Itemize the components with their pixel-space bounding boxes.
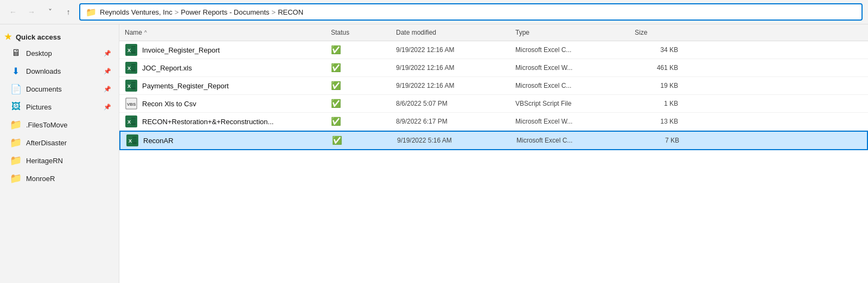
file-name-label: Invoice_Register_Report: [142, 46, 220, 54]
sidebar-item-desktop[interactable]: 🖥 Desktop 📌: [2, 44, 117, 62]
sync-icon: ✅: [331, 99, 341, 108]
quick-access-header: ★ Quick access: [0, 29, 119, 44]
sort-arrow-name: ^: [144, 30, 147, 36]
file-rows-container: X Invoice_Register_Report ✅ 9/19/2022 12…: [119, 41, 868, 150]
file-type-cell: Microsoft Excel C...: [510, 46, 629, 54]
quick-access-label: Quick access: [16, 33, 61, 41]
svg-rect-8: [131, 64, 136, 72]
sidebar-item-heritageRN[interactable]: 📁 HeritageRN: [2, 152, 117, 169]
sidebar-item-documents[interactable]: 📄 Documents 📌: [2, 80, 117, 98]
file-name-cell: X ReconAR: [120, 134, 327, 147]
sync-icon: ✅: [332, 136, 342, 145]
sync-icon: ✅: [331, 63, 341, 72]
desktop-icon: 🖥: [10, 47, 22, 59]
file-name-label: Recon Xls to Csv: [142, 100, 196, 108]
table-row[interactable]: VBS Recon Xls to Csv ✅ 8/6/2022 5:07 PM …: [119, 95, 868, 113]
sidebar-item-filesToMove[interactable]: 📁 .FilesToMove: [2, 116, 117, 133]
excel-icon: X: [125, 44, 137, 56]
star-icon: ★: [4, 32, 11, 42]
file-icon: X: [125, 43, 138, 56]
up-button[interactable]: ↑: [61, 4, 76, 20]
file-name-label: JOC_Report.xls: [142, 64, 192, 72]
table-row[interactable]: X Invoice_Register_Report ✅ 9/19/2022 12…: [119, 41, 868, 59]
file-explorer-window: ← → ˅ ↑ 📁 Reynolds Ventures, Inc > Power…: [0, 0, 868, 283]
file-size-cell: 461 KB: [629, 64, 684, 72]
pictures-icon: 🖼: [10, 101, 22, 113]
file-size-cell: 13 KB: [629, 118, 684, 125]
file-name-label: Payments_Register_Report: [142, 82, 229, 90]
sidebar-label-heritageRN: HeritageRN: [26, 157, 63, 165]
col-header-type[interactable]: Type: [510, 24, 629, 41]
excel-icon: X: [126, 134, 138, 146]
sidebar-item-monroeR[interactable]: 📁 MonroeR: [2, 170, 117, 187]
breadcrumb-part-1: Reynolds Ventures, Inc: [100, 8, 173, 16]
folder-icon-heritageRN: 📁: [10, 155, 22, 166]
breadcrumb-part-3: RECON: [278, 8, 303, 16]
breadcrumb-part-2: Power Reports - Documents: [181, 8, 269, 16]
file-name-cell: X Invoice_Register_Report: [119, 43, 326, 56]
table-row[interactable]: X RECON+Restoration+&+Reconstruction... …: [119, 113, 868, 131]
sync-icon: ✅: [331, 117, 341, 126]
svg-rect-2: [131, 46, 136, 54]
file-name-cell: X RECON+Restoration+&+Reconstruction...: [119, 115, 326, 128]
file-date-cell: 9/19/2022 12:16 AM: [391, 82, 510, 89]
file-status-cell: ✅: [326, 117, 391, 126]
file-type-cell: Microsoft Excel C...: [511, 137, 630, 144]
file-date-cell: 8/6/2022 5:07 PM: [391, 100, 510, 107]
svg-text:X: X: [127, 119, 131, 125]
table-row[interactable]: X Payments_Register_Report ✅ 9/19/2022 1…: [119, 77, 868, 95]
col-header-status[interactable]: Status: [326, 24, 391, 41]
pin-icon-downloads: 📌: [104, 68, 111, 75]
file-name-cell: X Payments_Register_Report: [119, 79, 326, 92]
file-type-cell: Microsoft Excel W...: [510, 64, 629, 72]
breadcrumb-sep-2: >: [272, 8, 276, 16]
file-icon: VBS: [125, 97, 138, 110]
pin-icon-documents: 📌: [104, 86, 111, 93]
file-status-cell: ✅: [326, 81, 391, 91]
col-header-size[interactable]: Size: [629, 24, 684, 41]
svg-text:X: X: [127, 83, 131, 89]
breadcrumb-sep-1: >: [175, 8, 179, 16]
file-icon: X: [125, 79, 138, 92]
svg-text:X: X: [127, 48, 131, 53]
recent-button[interactable]: ˅: [42, 4, 58, 20]
file-status-cell: ✅: [326, 63, 391, 73]
pin-icon-desktop: 📌: [104, 50, 111, 57]
sidebar: ★ Quick access 🖥 Desktop 📌 ⬇ Downloads 📌…: [0, 24, 119, 283]
sidebar-item-afterDisaster[interactable]: 📁 AfterDisaster: [2, 134, 117, 151]
svg-rect-28: [132, 137, 137, 144]
sidebar-label-filesToMove: .FilesToMove: [26, 121, 68, 129]
sidebar-label-pictures: Pictures: [26, 103, 52, 111]
folder-icon-afterDisaster: 📁: [10, 137, 22, 149]
file-date-cell: 8/9/2022 6:17 PM: [391, 118, 510, 125]
table-row[interactable]: X JOC_Report.xls ✅ 9/19/2022 12:16 AM Mi…: [119, 59, 868, 77]
svg-text:VBS: VBS: [127, 102, 136, 107]
file-name-label: ReconAR: [143, 137, 174, 145]
excel-icon: X: [125, 62, 137, 74]
sidebar-item-pictures[interactable]: 🖼 Pictures 📌: [2, 98, 117, 115]
address-field[interactable]: 📁 Reynolds Ventures, Inc > Power Reports…: [79, 3, 863, 21]
table-row[interactable]: X ReconAR ✅ 9/19/2022 5:16 AM Microsoft …: [119, 131, 868, 150]
svg-text:X: X: [127, 66, 131, 71]
back-button[interactable]: ←: [5, 4, 21, 20]
address-bar: ← → ˅ ↑ 📁 Reynolds Ventures, Inc > Power…: [0, 0, 868, 24]
forward-button[interactable]: →: [24, 4, 39, 20]
file-type-cell: Microsoft Excel C...: [510, 82, 629, 89]
sidebar-item-downloads[interactable]: ⬇ Downloads 📌: [2, 62, 117, 80]
file-size-cell: 1 KB: [629, 100, 684, 107]
vbs-icon: VBS: [125, 98, 137, 110]
file-type-cell: VBScript Script File: [510, 100, 629, 107]
file-size-cell: 7 KB: [630, 137, 685, 144]
sync-icon: ✅: [331, 45, 341, 54]
file-status-cell: ✅: [327, 136, 392, 145]
file-name-label: RECON+Restoration+&+Reconstruction...: [142, 118, 273, 126]
sidebar-label-desktop: Desktop: [26, 49, 52, 57]
pin-icon-pictures: 📌: [104, 104, 111, 111]
content-area: ★ Quick access 🖥 Desktop 📌 ⬇ Downloads 📌…: [0, 24, 868, 283]
svg-rect-14: [131, 82, 136, 89]
file-status-cell: ✅: [326, 99, 391, 108]
col-header-name[interactable]: Name ^: [119, 24, 326, 41]
excel-icon: X: [125, 115, 137, 127]
col-header-date[interactable]: Date modified: [391, 24, 510, 41]
sidebar-label-afterDisaster: AfterDisaster: [26, 139, 67, 147]
